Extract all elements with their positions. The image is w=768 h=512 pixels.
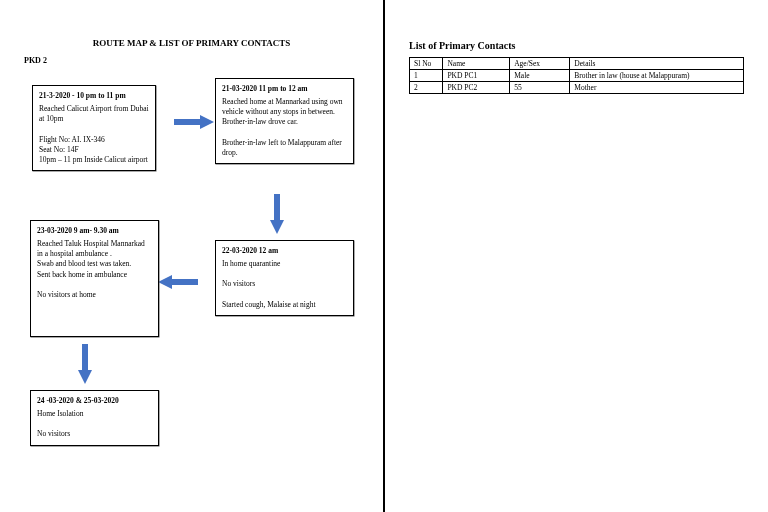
contacts-table: Sl No Name Age/Sex Details 1 PKD PC1 Mal… xyxy=(409,57,744,94)
arrow-down-icon xyxy=(270,220,284,234)
event-box-2-header: 21-03-2020 11 pm to 12 am xyxy=(222,84,347,94)
col-slno: Sl No xyxy=(410,58,443,70)
event-box-3-body: In home quarantine No visitors Started c… xyxy=(222,259,347,310)
arrow-left-icon xyxy=(158,275,172,289)
event-box-5-header: 24 -03-2020 & 25-03-2020 xyxy=(37,396,152,406)
event-box-4: 23-03-2020 9 am- 9.30 am Reached Taluk H… xyxy=(30,220,159,337)
event-box-5-body: Home Isolation No visitors xyxy=(37,409,152,439)
event-box-3: 22-03-2020 12 am In home quarantine No v… xyxy=(215,240,354,316)
cell-agesex: Male xyxy=(510,70,570,82)
col-agesex: Age/Sex xyxy=(510,58,570,70)
event-box-4-body: Reached Taluk Hospital Mannarkad in a ho… xyxy=(37,239,152,300)
page-contacts-list: List of Primary Contacts Sl No Name Age/… xyxy=(385,0,768,512)
event-box-2: 21-03-2020 11 pm to 12 am Reached home a… xyxy=(215,78,354,164)
table-row: 1 PKD PC1 Male Brother in law (house at … xyxy=(410,70,744,82)
event-box-5: 24 -03-2020 & 25-03-2020 Home Isolation … xyxy=(30,390,159,446)
col-details: Details xyxy=(570,58,744,70)
event-box-2-body: Reached home at Mannarkad using own vehi… xyxy=(222,97,347,158)
table-header-row: Sl No Name Age/Sex Details xyxy=(410,58,744,70)
cell-details: Mother xyxy=(570,82,744,94)
cell-name: PKD PC1 xyxy=(443,70,510,82)
cell-details: Brother in law (house at Malappuram) xyxy=(570,70,744,82)
cell-agesex: 55 xyxy=(510,82,570,94)
event-box-1: 21-3-2020 - 10 pm to 11 pm Reached Calic… xyxy=(32,85,156,171)
cell-slno: 2 xyxy=(410,82,443,94)
col-name: Name xyxy=(443,58,510,70)
cell-slno: 1 xyxy=(410,70,443,82)
arrow-right-icon xyxy=(200,115,214,129)
table-row: 2 PKD PC2 55 Mother xyxy=(410,82,744,94)
event-box-1-header: 21-3-2020 - 10 pm to 11 pm xyxy=(39,91,149,101)
contacts-list-title: List of Primary Contacts xyxy=(409,40,744,51)
cell-name: PKD PC2 xyxy=(443,82,510,94)
case-id: PKD 2 xyxy=(24,56,359,65)
event-box-3-header: 22-03-2020 12 am xyxy=(222,246,347,256)
page-route-map: ROUTE MAP & LIST OF PRIMARY CONTACTS PKD… xyxy=(0,0,383,512)
arrow-down-icon-2 xyxy=(78,370,92,384)
event-box-1-body: Reached Calicut Airport from Dubai at 10… xyxy=(39,104,149,165)
route-map-title: ROUTE MAP & LIST OF PRIMARY CONTACTS xyxy=(24,38,359,48)
event-box-4-header: 23-03-2020 9 am- 9.30 am xyxy=(37,226,152,236)
